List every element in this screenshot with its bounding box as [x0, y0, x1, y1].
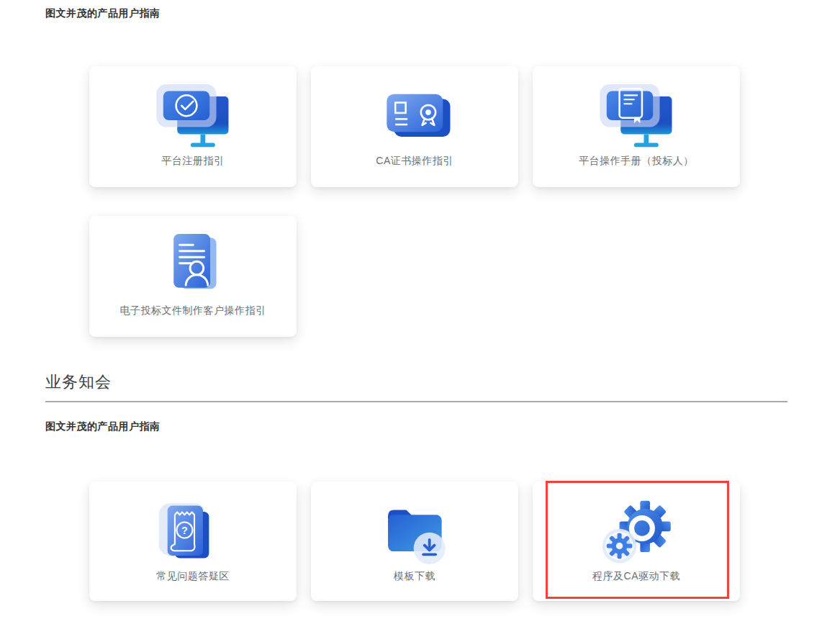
card-platform-registration-guide[interactable]: 平台注册指引	[89, 66, 297, 187]
card-template-download[interactable]: 模板下载	[311, 482, 518, 601]
monitor-manual-icon	[594, 81, 679, 153]
guide-cards-row-1: 平台注册指引 CA证书操作指引	[89, 66, 740, 187]
section-divider	[45, 401, 787, 402]
card-ebid-document-client-guide[interactable]: 电子投标文件制作客户操作指引	[89, 216, 297, 337]
card-label: 平台注册指引	[162, 155, 225, 168]
card-label: CA证书操作指引	[376, 155, 453, 168]
card-faq-area[interactable]: ? 常见问题答疑区	[89, 482, 297, 601]
help-center-page: 图文并茂的产品用户指南 平台注册指引	[0, 0, 840, 619]
folder-download-icon	[372, 496, 458, 568]
ca-certificate-icon	[372, 81, 458, 153]
gears-icon	[594, 496, 679, 568]
notice-cards-row: ? 常见问题答疑区 模板下载	[89, 482, 740, 601]
document-user-icon	[150, 230, 236, 302]
card-label: 平台操作手册（投标人）	[579, 155, 694, 168]
svg-text:?: ?	[181, 525, 188, 536]
card-label: 程序及CA驱动下载	[592, 570, 680, 583]
notice-section-title: 业务知会	[45, 371, 112, 393]
faq-receipt-icon: ?	[150, 496, 236, 568]
card-label: 常见问题答疑区	[156, 570, 230, 583]
notice-section-subtitle: 图文并茂的产品用户指南	[45, 420, 161, 433]
monitor-check-icon	[150, 81, 236, 153]
card-program-ca-driver-download[interactable]: 程序及CA驱动下载	[533, 482, 740, 601]
guide-cards-row-2: 电子投标文件制作客户操作指引	[89, 216, 297, 337]
card-ca-certificate-guide[interactable]: CA证书操作指引	[311, 66, 518, 187]
card-label: 模板下载	[394, 570, 435, 583]
guide-section-subtitle: 图文并茂的产品用户指南	[45, 7, 161, 20]
card-platform-manual-bidder[interactable]: 平台操作手册（投标人）	[533, 66, 740, 187]
card-label: 电子投标文件制作客户操作指引	[120, 304, 266, 317]
